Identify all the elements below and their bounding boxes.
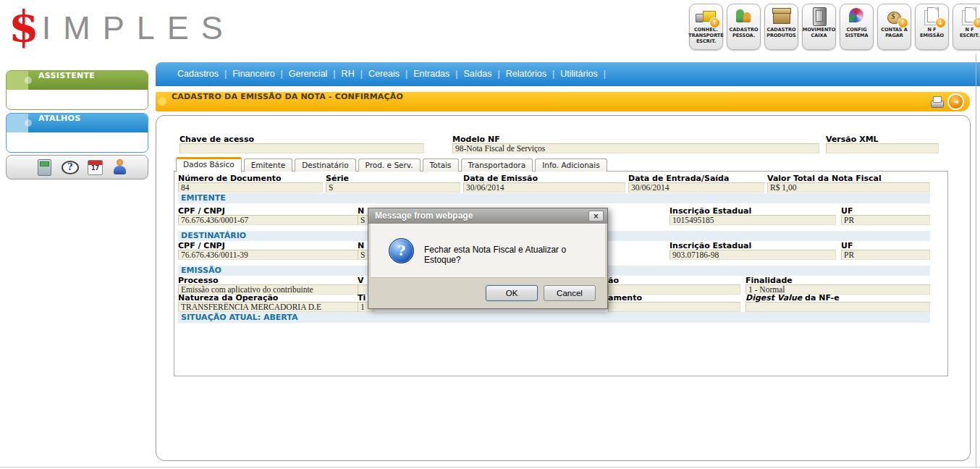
atalhos-header[interactable]: ATALHOS — [7, 114, 148, 132]
tab[interactable]: Emitente — [244, 159, 293, 172]
dialog-message: Fechar esta Nota Fiscal e Atualizar o Es… — [424, 245, 605, 265]
field-digest-value: Digest Value da NF-e — [745, 293, 930, 312]
menu-item[interactable]: Saídas — [464, 69, 492, 79]
field-serie: Série S — [326, 174, 460, 193]
menu-separator: | — [327, 69, 341, 79]
tab[interactable]: Totais — [423, 159, 459, 172]
toolbar-button[interactable]: CADASTRO PESSOA. — [727, 4, 761, 50]
toolbar-button[interactable]: MOVIMENTO CAIXA — [802, 4, 836, 50]
printer-icon[interactable] — [929, 94, 945, 109]
valor-total-input[interactable]: R$ 1,00 — [767, 182, 930, 193]
field-data-entrada-saida: Data de Entrada/Saída 30/06/2014 — [628, 174, 764, 193]
tab[interactable]: Prod. e Serv. — [358, 159, 421, 172]
chave-de-acesso-input[interactable] — [179, 143, 424, 153]
numero-documento-input[interactable]: 84 — [178, 182, 323, 193]
menu-separator: | — [219, 69, 232, 79]
menu-entry: Gerencial| — [289, 69, 342, 79]
destinatario-uf-input[interactable]: PR — [841, 250, 930, 260]
menu-item[interactable]: Utilitários — [560, 69, 597, 79]
field-emitente-inscricao-estadual: Inscrição Estadual 1015495185 — [669, 206, 836, 225]
menu-item[interactable]: Relatórios — [506, 69, 546, 79]
field-destinatario-uf: UF PR — [841, 241, 930, 260]
close-icon[interactable]: × — [588, 211, 604, 221]
menu-item[interactable]: RH — [342, 69, 355, 79]
serie-input[interactable]: S — [326, 182, 460, 193]
menu-entry: Cereais| — [368, 69, 413, 79]
user-icon[interactable] — [111, 159, 129, 176]
emitente-uf-input[interactable]: PR — [841, 215, 930, 225]
menu-item[interactable]: Financeiro — [232, 69, 274, 79]
tab[interactable]: Info. Adicionais — [535, 159, 607, 172]
pagamento-input[interactable] — [608, 302, 740, 312]
question-icon: ? — [389, 238, 414, 263]
menu-separator: | — [449, 69, 463, 79]
ok-button[interactable]: OK — [486, 285, 538, 301]
digest-value-input[interactable] — [745, 302, 930, 312]
panel-tab-decoration — [7, 114, 28, 132]
versao-xml-input[interactable] — [826, 143, 939, 153]
destinatario-cpf-cnpj-input[interactable]: 76.676.436/0011-39 — [178, 250, 369, 260]
confirm-dialog: Message from webpage × ? Fechar esta Not… — [368, 208, 608, 309]
field-natureza-operacao: Natureza da Operação TRANSFERÊNCIA MERCA… — [178, 293, 369, 312]
app-logo: $IMPLES — [9, 1, 235, 54]
page-title-bar: CADASTRO DA EMISSÃO DA NOTA - CONFIRMAÇÃ… — [156, 92, 970, 111]
menu-item[interactable]: Entradas — [413, 69, 449, 79]
back-icon[interactable]: ◄ — [949, 95, 963, 109]
tab[interactable]: Transportadora — [461, 159, 533, 172]
menu-entry: Financeiro| — [232, 69, 289, 79]
modelo-nf-input[interactable]: 98-Nota Fiscal de Serviços — [452, 143, 819, 153]
status-banner: SITUAÇÃO ATUAL: ABERTA — [178, 312, 930, 323]
toolbar-button[interactable]: CONTAS A PAGAR — [877, 4, 911, 50]
tab[interactable]: Dados Básico — [176, 157, 242, 172]
calculator-icon[interactable] — [35, 159, 53, 176]
data-emissao-input[interactable]: 30/06/2014 — [463, 182, 625, 193]
field-numero-documento: Número de Documento 84 — [178, 174, 323, 193]
field-valor-total: Valor Total da Nota Fiscal R$ 1,00 — [767, 174, 930, 193]
tab[interactable]: Destinatário — [295, 159, 355, 172]
dialog-title-bar[interactable]: Message from webpage — [368, 208, 607, 224]
atalhos-panel: ATALHOS — [6, 113, 148, 153]
page-title: CADASTRO DA EMISSÃO DA NOTA - CONFIRMAÇÃ… — [172, 92, 403, 101]
field-emitente-cpf-cnpj: CPF / CNPJ 76.676.436/0001-67 — [178, 206, 369, 225]
data-entrada-saida-input[interactable]: 30/06/2014 — [628, 182, 764, 193]
toolbar-button[interactable]: CONFIG SISTEMA — [840, 4, 874, 50]
arrow-badge-icon — [936, 18, 945, 28]
assistente-header[interactable]: ASSISTENTE — [7, 71, 148, 90]
emitente-inscricao-estadual-input[interactable]: 1015495185 — [669, 215, 836, 225]
field-modelo-nf: Modelo NF 98-Nota Fiscal de Serviços — [452, 135, 819, 153]
calendar-icon[interactable] — [86, 159, 104, 176]
menu-item[interactable]: Cereais — [368, 69, 400, 79]
menu-entry: RH| — [342, 69, 368, 79]
field-tipo-emissao-fragment: ão — [608, 276, 740, 295]
window-right-edge — [976, 54, 976, 467]
assistente-panel: ASSISTENTE — [6, 70, 148, 110]
logo-dollar-icon: $ — [9, 1, 39, 52]
emitente-cpf-cnpj-input[interactable]: 76.676.436/0001-67 — [178, 215, 369, 225]
toolbar-button[interactable]: N F ESCRIT. — [952, 4, 980, 50]
field-finalidade: Finalidade 1 - Normal — [745, 276, 930, 295]
natureza-operacao-input[interactable]: TRANSFERÊNCIA MERCADORIA D.E — [178, 302, 369, 312]
safe-icon — [808, 6, 831, 26]
destinatario-inscricao-estadual-input[interactable]: 903.07186-98 — [669, 250, 836, 260]
field-emitente-uf: UF PR — [841, 206, 930, 225]
menu-item[interactable]: Gerencial — [289, 69, 328, 79]
toolbar-button[interactable]: CADASTRO PRODUTOS — [764, 4, 798, 50]
dialog-body: ? Fechar esta Nota Fiscal e Atualizar o … — [371, 224, 605, 277]
menu-separator: | — [491, 69, 505, 79]
menu-entry: Entradas| — [413, 69, 463, 79]
quick-access-toolbar: CONHEC. TRANSPORTE ESCRIT. CADASTRO PESS… — [689, 4, 980, 50]
dialog-title: Message from webpage — [375, 211, 473, 221]
toolbar-button[interactable]: CONHEC. TRANSPORTE ESCRIT. — [689, 4, 723, 50]
menu-item[interactable]: Cadastros — [177, 69, 219, 79]
field-data-emissao: Data de Emissão 30/06/2014 — [463, 174, 625, 193]
field-pagamento-fragment: amento — [608, 293, 740, 312]
help-icon[interactable] — [61, 159, 78, 176]
menu-entry: Utilitários| — [560, 69, 612, 79]
arrow-badge-icon — [710, 18, 719, 28]
menu-entry: Saídas| — [464, 69, 506, 79]
toolbar-button[interactable]: N F EMISSÃO — [915, 4, 949, 50]
menu-entry: Relatórios| — [506, 69, 561, 79]
field-versao-xml: Versão XML — [826, 135, 939, 153]
arrow-badge-icon — [898, 18, 908, 28]
cancel-button[interactable]: Cancel — [544, 285, 596, 301]
